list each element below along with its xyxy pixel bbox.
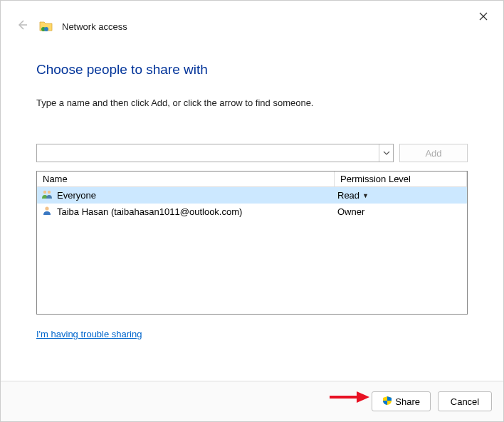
folder-share-icon [39, 20, 53, 33]
permission-dropdown-icon[interactable]: ▼ [362, 192, 369, 199]
footer: Share Cancel [1, 381, 503, 421]
page-heading: Choose people to share with [36, 62, 468, 78]
close-icon [479, 12, 488, 21]
cancel-button[interactable]: Cancel [438, 391, 492, 411]
annotation-arrow-icon [328, 390, 371, 404]
cancel-button-label: Cancel [451, 396, 479, 407]
svg-point-6 [48, 191, 51, 194]
group-icon [41, 189, 53, 201]
name-input[interactable] [37, 144, 379, 162]
table-row[interactable]: Taiba Hasan (taibahasan1011@outlook.com)… [37, 204, 467, 220]
user-icon [41, 206, 53, 218]
table-header: Name Permission Level [37, 172, 467, 187]
svg-point-7 [45, 206, 48, 210]
name-combobox[interactable] [36, 144, 394, 162]
table-body: Everyone Read ▼ [37, 187, 467, 220]
dialog-title: Network access [62, 21, 127, 32]
row-permission: Owner [337, 206, 364, 217]
help-link[interactable]: I'm having trouble sharing [36, 329, 142, 339]
row-permission: Read [337, 190, 359, 201]
column-header-name[interactable]: Name [37, 172, 335, 186]
row-name: Taiba Hasan (taibahasan1011@outlook.com) [57, 206, 242, 217]
header: Network access [1, 1, 503, 42]
add-button[interactable]: Add [399, 144, 468, 162]
main: Choose people to share with Type a name … [1, 42, 503, 381]
share-button-label: Share [395, 396, 420, 407]
svg-marker-9 [357, 391, 369, 403]
permissions-table: Name Permission Level [36, 171, 468, 315]
row-name: Everyone [57, 190, 96, 201]
share-button[interactable]: Share [372, 391, 431, 411]
table-row[interactable]: Everyone Read ▼ [37, 187, 467, 204]
instruction-text: Type a name and then click Add, or click… [36, 97, 468, 108]
shield-icon [382, 396, 392, 408]
back-button[interactable] [14, 16, 31, 36]
chevron-down-icon [383, 151, 390, 155]
name-dropdown-button[interactable] [379, 144, 393, 162]
close-button[interactable] [478, 11, 489, 22]
svg-point-4 [44, 27, 48, 31]
svg-point-5 [43, 191, 46, 194]
back-arrow-icon [16, 19, 28, 31]
column-header-permission[interactable]: Permission Level [335, 172, 467, 186]
